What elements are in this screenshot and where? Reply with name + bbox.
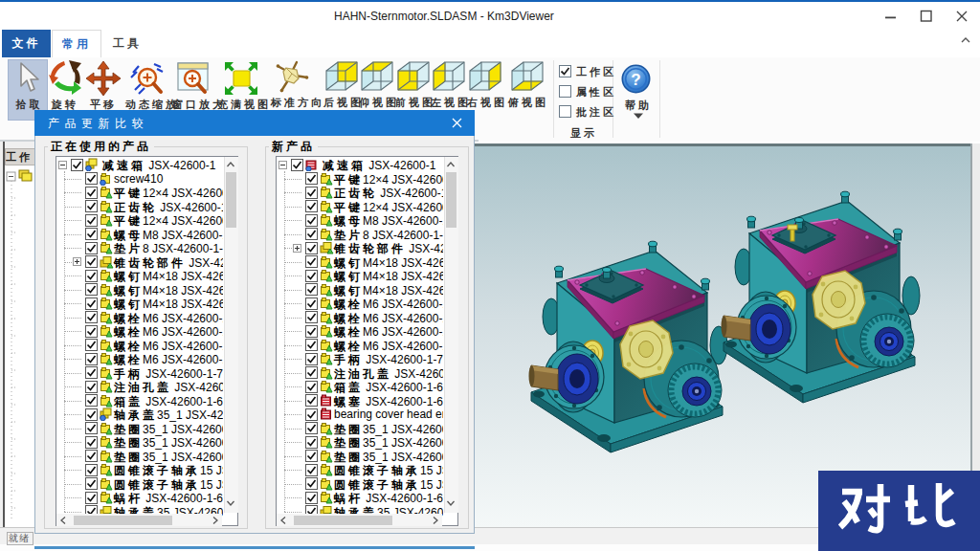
svg-text:?: ? <box>631 71 640 89</box>
